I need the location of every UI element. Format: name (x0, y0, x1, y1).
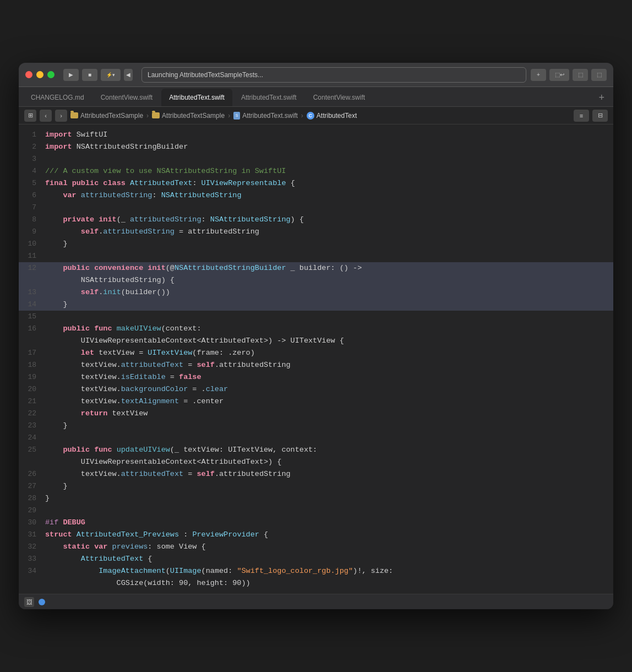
code-line: 23 } (19, 420, 613, 432)
minimize-button[interactable] (36, 71, 43, 78)
device-selector[interactable]: ◀ (124, 69, 133, 81)
play-button[interactable]: ▶ (63, 69, 79, 81)
code-line: 34 ImageAttachment(UIImage(named: "Swift… (19, 565, 613, 589)
line-number: 29 (19, 505, 45, 517)
code-line: 4/// A custom view to use NSAttributedSt… (19, 165, 613, 177)
line-content: public func updateUIView(_ textView: UIT… (45, 444, 613, 468)
line-number: 6 (19, 189, 45, 202)
title-bar: ▶ ■ ⚡▾ ◀ Launching AttributedTextSampleT… (19, 63, 613, 87)
line-number: 22 (19, 408, 45, 420)
code-line: 10 } (19, 238, 613, 250)
code-line: 16 public func makeUIView(context: UIVie… (19, 323, 613, 347)
code-editor[interactable]: 1import SwiftUI2import NSAttributedStrin… (19, 124, 613, 594)
line-content: public convenience init(@NSAttributedStr… (45, 262, 613, 286)
code-line: 3 (19, 153, 613, 165)
line-content: } (45, 492, 613, 505)
line-content: textView.textAlignment = .center (45, 395, 613, 408)
layout-toggle[interactable]: ⬚↩ (549, 69, 569, 81)
code-line: 12 public convenience init(@NSAttributed… (19, 262, 613, 286)
line-content: /// A custom view to use NSAttributedStr… (45, 165, 613, 177)
status-bar: 🖼 (19, 594, 613, 609)
line-content: } (45, 420, 613, 432)
line-number: 9 (19, 226, 45, 238)
activity-label: Launching AttributedTextSampleTests... (148, 71, 263, 79)
line-number: 8 (19, 214, 45, 226)
breadcrumb-sep-2: › (228, 112, 230, 120)
line-number: 3 (19, 153, 45, 165)
code-line: 13 self.init(builder()) (19, 286, 613, 299)
code-line: 1import SwiftUI (19, 129, 613, 141)
code-line: 18 textView.attributedText = self.attrib… (19, 359, 613, 371)
code-line: 14 } (19, 299, 613, 311)
code-line: 31struct AttributedText_Previews : Previ… (19, 529, 613, 541)
title-bar-actions: + ⬚↩ ⬚ ⬚ (531, 69, 607, 81)
tab-attributedtext-active[interactable]: AttributedText.swift (161, 89, 232, 106)
line-content: static var previews: some View { (45, 541, 613, 553)
line-content: self.attributedString = attributedString (45, 226, 613, 238)
line-number: 20 (19, 383, 45, 395)
line-number: 19 (19, 371, 45, 383)
line-content: import NSAttributedStringBuilder (45, 141, 613, 153)
line-number: 4 (19, 165, 45, 177)
line-number: 24 (19, 432, 45, 444)
code-line: 27 } (19, 480, 613, 492)
tab-contentview2[interactable]: ContentView.swift (306, 89, 373, 106)
code-line: 6 var attributedString: NSAttributedStri… (19, 189, 613, 202)
line-number: 23 (19, 420, 45, 432)
nav-back[interactable]: ‹ (40, 110, 52, 122)
breadcrumb-symbol[interactable]: C AttributedText (307, 112, 357, 120)
minimap-button[interactable]: ⊟ (592, 110, 608, 122)
line-number: 13 (19, 286, 45, 299)
scheme-selector[interactable]: ⚡▾ (101, 69, 121, 81)
line-content: textView.attributedText = self.attribute… (45, 359, 613, 371)
code-line: 30#if DEBUG (19, 517, 613, 529)
code-line: 33 AttributedText { (19, 553, 613, 565)
maximize-button[interactable] (47, 71, 55, 78)
line-number: 11 (19, 250, 45, 262)
line-number: 1 (19, 129, 45, 141)
authors-button[interactable]: ≡ (574, 110, 589, 122)
line-content: public func makeUIView(context: UIViewRe… (45, 323, 613, 347)
line-number: 21 (19, 395, 45, 408)
line-number: 5 (19, 177, 45, 189)
breadcrumb-root[interactable]: AttributedTextSample (70, 112, 143, 120)
line-content: AttributedText { (45, 553, 613, 565)
tab-contentview1[interactable]: ContentView.swift (93, 89, 161, 106)
split-view-button[interactable]: ⬚ (573, 69, 588, 81)
breadcrumb-subfolder[interactable]: AttributedTextSample (152, 112, 225, 120)
code-line: 9 self.attributedString = attributedStri… (19, 226, 613, 238)
status-indicator (39, 599, 45, 605)
folder-icon (70, 112, 78, 118)
line-number: 25 (19, 444, 45, 456)
code-line: 26 textView.attributedText = self.attrib… (19, 468, 613, 480)
class-icon: C (307, 112, 314, 120)
line-number: 2 (19, 141, 45, 153)
add-file-tab[interactable]: + (594, 89, 609, 106)
swift-file-icon: S (233, 112, 240, 120)
nav-controls: ▶ ■ ⚡▾ ◀ (63, 69, 133, 81)
line-number: 27 (19, 480, 45, 492)
stop-button[interactable]: ■ (82, 69, 97, 81)
code-line: 24 (19, 432, 613, 444)
line-content: ImageAttachment(UIImage(named: "Swift_lo… (45, 565, 613, 589)
nav-forward[interactable]: › (55, 110, 67, 122)
tab-changelog[interactable]: CHANGELOG.md (23, 89, 92, 106)
line-content: #if DEBUG (45, 517, 613, 529)
inspectors-button[interactable]: ⬚ (591, 69, 607, 81)
tab-attributedtext2[interactable]: AttributedText.swift (233, 89, 304, 106)
grid-view-button[interactable]: ⊞ (24, 110, 36, 122)
line-content: } (45, 299, 613, 311)
breadcrumb-sep-1: › (146, 112, 149, 120)
line-content: final public class AttributedText: UIVie… (45, 177, 613, 189)
close-button[interactable] (25, 71, 32, 78)
code-line: 19 textView.isEditable = false (19, 371, 613, 383)
breadcrumb-file[interactable]: S AttributedText.swift (233, 112, 298, 120)
code-line: 29 (19, 505, 613, 517)
breadcrumb-sep-3: › (301, 112, 303, 120)
code-line: 32 static var previews: some View { (19, 541, 613, 553)
add-tab-button[interactable]: + (531, 69, 546, 81)
line-number: 28 (19, 492, 45, 505)
line-number: 10 (19, 238, 45, 250)
code-line: 2import NSAttributedStringBuilder (19, 141, 613, 153)
line-content: textView.backgroundColor = .clear (45, 383, 613, 395)
